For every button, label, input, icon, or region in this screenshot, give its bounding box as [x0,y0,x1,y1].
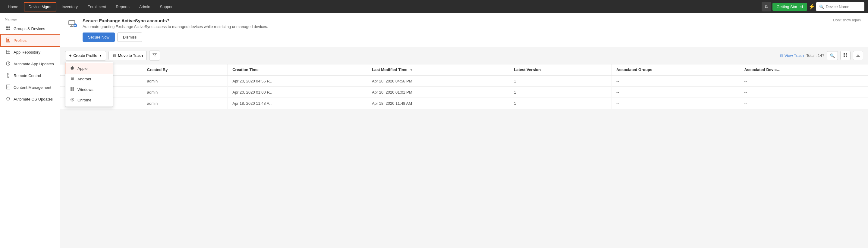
svg-rect-38 [844,53,845,55]
sidebar-item-automate-app-updates[interactable]: Automate App Updates [0,58,60,70]
automate-os-updates-icon [6,96,10,102]
svg-point-5 [7,39,9,40]
create-profile-menu: Apple [65,62,113,107]
trash-icon: 🗑 [113,53,116,58]
cell-created-by: admin [142,98,227,109]
sidebar-item-profiles-label: Profiles [13,38,27,43]
sidebar-item-profiles[interactable]: Profiles [0,35,60,46]
dont-show-again-link[interactable]: Don't show again [833,18,861,22]
svg-rect-31 [70,89,72,91]
cell-latest-version: 1 [509,87,612,98]
content-area: Secure Exchange ActiveSync accounts? Aut… [60,13,868,248]
total-count: Total : 147 [806,53,824,58]
profiles-data-table: Platform Created By Creation Time Last M… [60,64,868,109]
cell-latest-version: 1 [509,98,612,109]
lightning-icon[interactable]: ⚡ [808,3,815,10]
move-to-trash-label: Move to Trash [118,53,143,58]
android-icon [70,76,74,81]
sidebar-item-content-management[interactable]: Content Management [0,81,60,93]
menu-item-chrome[interactable]: Chrome [65,95,113,105]
create-profile-dropdown: + Create Profile ▼ Apple [65,51,106,61]
sidebar: Manage Groups & Devices Profil [0,13,60,248]
svg-rect-41 [846,56,847,57]
cell-associated-devices: -- [739,87,868,98]
toolbar: + Create Profile ▼ Apple [60,47,868,64]
remote-control-icon [6,73,10,78]
plus-icon: + [69,53,71,58]
secure-now-button[interactable]: Secure Now [83,33,115,42]
sidebar-section-label: Manage [0,13,60,23]
menu-item-android[interactable]: Android [65,74,113,84]
grid-view-button[interactable] [840,51,850,60]
col-associated-devices[interactable]: Associated Devic… [739,64,868,75]
dismiss-button[interactable]: Dismiss [117,33,143,42]
view-trash-link[interactable]: 🗑 View Trash [779,53,804,58]
nav-item-reports[interactable]: Reports [112,3,134,11]
cell-associated-groups: -- [612,75,739,87]
cell-associated-groups: -- [612,98,739,109]
download-icon [856,53,860,58]
cell-last-modified: Apr 18, 2020 11:48 AM [367,98,509,109]
cell-last-modified: Apr 20, 2020 01:01 PM [367,87,509,98]
chevron-down-icon: ▼ [99,54,102,57]
app-repository-icon [6,49,10,55]
menu-item-windows-label: Windows [78,87,93,92]
svg-rect-32 [73,89,74,91]
monitor-icon-btn[interactable]: 🖥 [762,2,771,11]
search-icon-button[interactable]: 🔍 [827,51,838,60]
sidebar-item-groups-devices[interactable]: Groups & Devices [0,23,60,35]
sidebar-item-groups-devices-label: Groups & Devices [13,27,45,31]
col-last-modified[interactable]: Last Modified Time ▼ [367,64,509,75]
nav-item-admin[interactable]: Admin [135,3,155,11]
sidebar-item-automate-os-updates[interactable]: Automate OS Updates [0,93,60,105]
nav-item-enrollment[interactable]: Enrollment [83,3,110,11]
monitor-icon: 🖥 [764,4,769,9]
toolbar-right: 🗑 View Trash Total : 147 🔍 [779,51,863,60]
menu-item-apple-label: Apple [78,66,87,71]
banner: Secure Exchange ActiveSync accounts? Aut… [60,13,868,47]
search-input[interactable] [826,4,861,9]
table-row: Android admin Apr 20, 2020 04:56 P... Ap… [60,75,868,87]
groups-devices-icon [6,26,10,32]
create-profile-button[interactable]: + Create Profile ▼ [65,51,106,61]
getting-started-button[interactable]: Getting Started [772,3,807,11]
svg-rect-2 [6,29,8,30]
sidebar-item-app-repository[interactable]: App Repository [0,46,60,58]
svg-rect-30 [73,87,74,89]
col-associated-groups[interactable]: Associated Groups [612,64,739,75]
banner-title: Secure Exchange ActiveSync accounts? [83,18,268,23]
table-row: Android admin Apr 18, 2020 11:48 A... Ap… [60,98,868,109]
cell-creation-time: Apr 20, 2020 04:56 P... [227,75,367,87]
grid-icon [843,53,847,58]
svg-rect-18 [69,21,75,25]
svg-rect-3 [8,29,10,30]
svg-rect-29 [70,87,72,89]
cell-created-by: admin [142,87,227,98]
windows-icon [70,87,74,92]
nav-item-support[interactable]: Support [156,3,178,11]
move-to-trash-button[interactable]: 🗑 Move to Trash [108,51,147,60]
sidebar-item-remote-control[interactable]: Remote Control [0,70,60,81]
svg-rect-1 [8,27,10,28]
automate-app-updates-icon [6,61,10,67]
search-icon: 🔍 [830,53,835,58]
nav-item-device-mgmt[interactable]: Device Mgmt [24,2,56,11]
nav-item-inventory[interactable]: Inventory [58,3,82,11]
svg-line-25 [71,77,72,78]
content-management-icon [6,84,10,90]
menu-item-apple[interactable]: Apple [65,63,113,74]
filter-button[interactable] [149,50,160,61]
view-trash-label: View Trash [784,53,804,58]
col-creation-time[interactable]: Creation Time [227,64,367,75]
svg-rect-40 [844,56,845,57]
cell-created-by: admin [142,75,227,87]
col-latest-version[interactable]: Latest Version [509,64,612,75]
col-created-by[interactable]: Created By [142,64,227,75]
banner-description: Automate granting Exchange ActiveSync ac… [83,24,268,29]
nav-item-home[interactable]: Home [4,3,23,11]
svg-rect-27 [71,78,71,80]
menu-item-windows[interactable]: Windows [65,84,113,95]
download-button[interactable] [853,51,863,60]
sidebar-item-automate-app-updates-label: Automate App Updates [13,62,54,66]
profiles-table: Platform Created By Creation Time Last M… [60,64,868,109]
